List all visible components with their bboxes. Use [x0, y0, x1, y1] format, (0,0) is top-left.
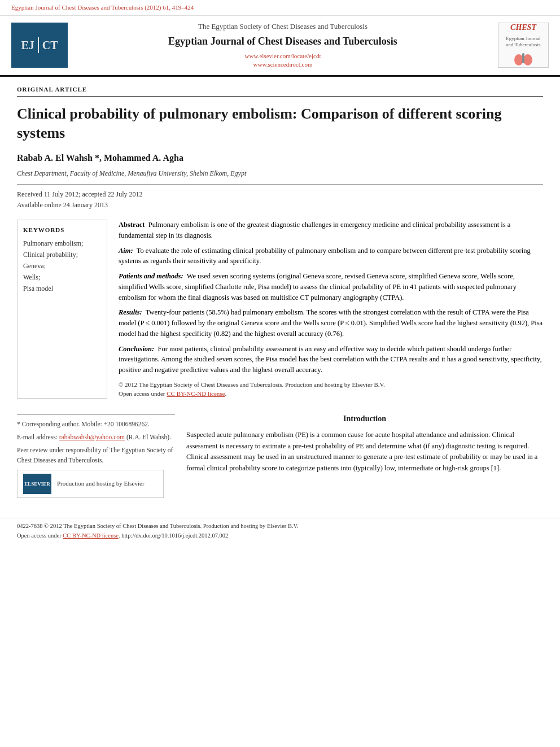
abstract-pm: Patients and methods: We used seven scor… [119, 271, 543, 303]
bottom-right: Introduction Suspected acute pulmonary e… [186, 408, 543, 498]
section-label: ORIGINAL ARTICLE [17, 85, 543, 97]
conclusion-text: For most patients, clinical probability … [119, 345, 542, 374]
abstract-label: Abstract [119, 221, 145, 229]
footnote-section: * Corresponding author. Mobile: +20 1006… [17, 414, 175, 465]
url1[interactable]: www.elsevier.com/locate/ejcdt [75, 52, 491, 60]
svg-rect-2 [522, 53, 524, 63]
url2[interactable]: www.sciencedirect.com [75, 60, 491, 69]
pm-label: Patients and methods: [119, 272, 183, 280]
bottom-license-link[interactable]: CC BY-NC-ND license [63, 532, 119, 539]
ejct-logo: EJ CT [11, 23, 68, 68]
footnote-star: * Corresponding author. Mobile: +20 1006… [17, 420, 175, 429]
intro-section: Introduction Suspected acute pulmonary e… [186, 413, 543, 474]
elsevier-tagline: Production and hosting by Elsevier [57, 479, 145, 488]
abstract-intro: Abstract Pulmonary embolism is one of th… [119, 220, 543, 241]
author-names: Rabab A. El Wahsh *, Mohammed A. Agha [17, 153, 183, 163]
elsevier-logo: ELSEVIER [23, 474, 51, 494]
svg-point-1 [523, 54, 532, 65]
elsevier-box: ELSEVIER Production and hosting by Elsev… [17, 470, 164, 498]
main-content: ORIGINAL ARTICLE Clinical probability of… [0, 77, 560, 506]
keywords-title: KEYWORDS [23, 226, 101, 234]
abstract-col: Abstract Pulmonary embolism is one of th… [119, 220, 543, 399]
svg-point-0 [514, 54, 523, 65]
journal-society: The Egyptian Society of Chest Diseases a… [75, 21, 491, 32]
email-suffix: (R.A. El Wahsh). [125, 434, 171, 440]
bottom-left: * Corresponding author. Mobile: +20 1006… [17, 408, 175, 498]
chest-logo: CHEST Egyptian Journaland Tuberculosis [498, 23, 549, 68]
keyword-4: Wells; [23, 273, 101, 282]
bottom-doi: . http://dx.doi.org/10.1016/j.ejcdt.2012… [119, 532, 228, 539]
conclusion-label: Conclusion: [119, 345, 154, 353]
top-bar: Egyptian Journal of Chest Diseases and T… [0, 0, 560, 16]
affiliation: Chest Department, Faculty of Medicine, M… [17, 169, 543, 178]
footnote-email: E-mail address: rababwahsh@yahoo.com (R.… [17, 433, 175, 442]
intro-text: Suspected acute pulmonary embolism (PE) … [186, 430, 543, 474]
chest-logo-title: CHEST [510, 22, 536, 33]
journal-title-main: Egyptian Journal of Chest Diseases and T… [75, 34, 491, 49]
copyright-text: © 2012 The Egyptian Society of Chest Dis… [119, 381, 385, 388]
keywords-box: KEYWORDS Pulmonary embolism; Clinical pr… [17, 220, 107, 399]
intro-title: Introduction [186, 413, 543, 425]
ct-text: CT [42, 37, 58, 53]
bottom-section: * Corresponding author. Mobile: +20 1006… [17, 408, 543, 498]
journal-urls: www.elsevier.com/locate/ejcdt www.scienc… [75, 52, 491, 69]
aim-text: To evaluate the role of estimating clini… [119, 247, 531, 265]
peer-review-text: Peer review under responsibility of The … [17, 445, 175, 465]
abstract-results: Results: Twenty-four patients (58.5%) ha… [119, 307, 543, 339]
ej-text: EJ [21, 37, 34, 53]
star-note: * Corresponding author. Mobile: +20 1006… [17, 421, 150, 427]
keyword-2: Clinical probability; [23, 250, 101, 260]
received-date: Received 11 July 2012; accepted 22 July … [17, 189, 543, 200]
journal-citation: Egyptian Journal of Chest Diseases and T… [11, 4, 194, 11]
aim-label: Aim: [119, 247, 133, 255]
bottom-line1: 0422-7638 © 2012 The Egyptian Society of… [17, 523, 298, 529]
chest-logo-sub: Egyptian Journaland Tuberculosis [506, 36, 540, 49]
available-date: Available online 24 January 2013 [17, 200, 543, 211]
keyword-1: Pulmonary embolism; [23, 239, 101, 248]
results-label: Results: [119, 308, 142, 316]
open-access-text: Open access under [119, 390, 167, 397]
abstract-aim: Aim: To evaluate the role of estimating … [119, 246, 543, 267]
bottom-open-access: Open access under [17, 532, 63, 539]
journal-header: EJ CT The Egyptian Society of Chest Dise… [0, 16, 560, 76]
email-link[interactable]: rababwahsh@yahoo.com [59, 434, 125, 440]
abstract-section: KEYWORDS Pulmonary embolism; Clinical pr… [17, 220, 543, 399]
copyright: © 2012 The Egyptian Society of Chest Dis… [119, 380, 543, 399]
abstract-intro-text: Pulmonary embolism is one of the greates… [119, 221, 510, 239]
journal-center: The Egyptian Society of Chest Diseases a… [75, 21, 491, 69]
dates: Received 11 July 2012; accepted 22 July … [17, 184, 543, 211]
chest-lung-icon [512, 51, 535, 69]
keyword-5: Pisa model [23, 284, 101, 294]
email-label: E-mail address: [17, 434, 59, 440]
elsevier-logo-text: ELSEVIER [24, 480, 50, 488]
cc-license-link[interactable]: CC BY-NC-ND license [167, 390, 225, 397]
keyword-3: Geneva; [23, 261, 101, 271]
article-title: Clinical probability of pulmonary emboli… [17, 104, 543, 143]
abstract-conclusion: Conclusion: For most patients, clinical … [119, 344, 543, 375]
results-text: Twenty-four patients (58.5%) had pulmona… [119, 308, 542, 338]
bottom-bar: 0422-7638 © 2012 The Egyptian Society of… [0, 518, 560, 544]
authors: Rabab A. El Wahsh *, Mohammed A. Agha [17, 152, 543, 164]
